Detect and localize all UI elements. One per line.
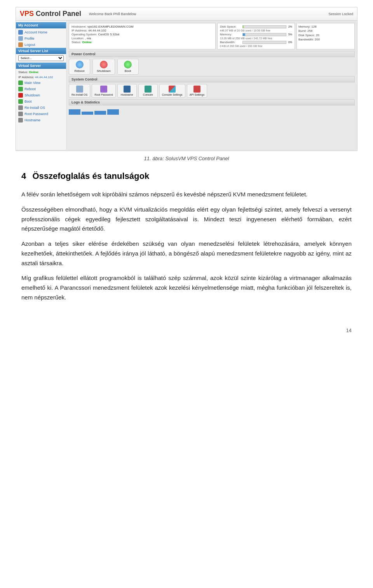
shutdown-item[interactable]: Shutdown [16, 92, 66, 98]
bandwidth-detail: 0 KB of 200 GB used / 200 GB free [220, 45, 292, 47]
boot-nav-icon [18, 99, 23, 104]
log-bar-1 [69, 109, 80, 115]
api-settings-button[interactable]: API Settings [187, 84, 207, 98]
virtual-server-section: Virtual Server [16, 63, 66, 69]
document-content: 4 Összefoglalás és tanulságok A félév so… [0, 169, 373, 324]
stats-panel: Disk Space: 2% 446.97 MB of 20 GB used /… [217, 23, 295, 49]
boot-item[interactable]: Boot [16, 98, 66, 105]
boot-button[interactable]: Boot [117, 59, 139, 75]
top-info-row: Hostname: vps182.EXAMPLEDOMAIN.COM IP Ad… [69, 23, 355, 49]
logout-icon [18, 42, 23, 47]
reboot-nav-icon [18, 87, 23, 91]
reinstall-item[interactable]: Re-install OS [16, 105, 66, 111]
reboot-item[interactable]: Reboot [16, 86, 66, 92]
memory-bar [242, 33, 286, 36]
server-status: Status: Online [16, 70, 66, 75]
vps-header: VPS Control Panel Welcome Back Phill Ban… [16, 7, 357, 21]
mainview-icon [18, 80, 23, 85]
hostname-icon [124, 86, 131, 93]
reinstall-os-button[interactable]: Re-install OS [69, 84, 90, 98]
root-password-item[interactable]: Root Password [16, 111, 66, 117]
server-ip: IP Address: 44.44.44.102 [16, 75, 66, 80]
reboot-button[interactable]: Reboot [69, 59, 90, 75]
vps-sidebar: My Account Account Home Profile Logout V… [16, 21, 66, 150]
paragraph-1: A félév során lehetőségem volt kipróbáln… [21, 190, 352, 200]
chapter-title: Összefoglalás és tanulságok [32, 171, 149, 181]
disk-right: Disk Space: 20 [298, 33, 353, 37]
hostname-item[interactable]: Hostname [16, 117, 66, 123]
page-number: 14 [0, 324, 373, 337]
paragraph-4: Míg grafikus felülettel ellátott program… [21, 273, 352, 302]
logs-bars [69, 107, 355, 115]
vps-body: My Account Account Home Profile Logout V… [16, 21, 357, 150]
console-icon [145, 86, 152, 93]
console-button[interactable]: Console [138, 84, 158, 98]
os-row: Operating System: CentOS 5.32bit [71, 33, 213, 36]
logout-item[interactable]: Logout [16, 42, 66, 48]
rootpw-icon [100, 86, 107, 93]
house-icon [18, 30, 23, 35]
bandwidth-bar [242, 41, 286, 44]
virtual-server-list-section: Virtual Server List [16, 48, 66, 54]
memory-right: Memory: 128 [298, 25, 353, 28]
shutdown-icon [100, 61, 108, 68]
figure-caption: 11. ábra: SolusVM VPS Control Panel [0, 156, 373, 161]
log-bar-3 [94, 111, 106, 115]
boot-icon [124, 61, 132, 68]
bandwidth-right: Bandwidth: 200 [298, 38, 353, 41]
disk-bar-fill [243, 26, 244, 28]
status-row: Status: Online [71, 40, 213, 44]
server-dropdown[interactable]: Select... [18, 55, 64, 61]
bandwidth-stat-row: Bandwidth: 0% [220, 40, 292, 44]
reboot-icon [76, 61, 84, 68]
hostname-row: Hostname: vps182.EXAMPLEDOMAIN.COM [71, 25, 213, 28]
main-view-item[interactable]: Main View [16, 80, 66, 86]
memory-bar-fill [243, 33, 245, 36]
vps-session-text: Session Locked [328, 12, 353, 16]
memory-detail: 13.26 MB of 256 MB used / 242.72 MB free [220, 37, 292, 40]
disk-stat-row: Disk Space: 2% [220, 25, 292, 28]
logs-chart [69, 107, 355, 115]
console-settings-icon [169, 86, 176, 93]
root-password-button[interactable]: Root Password [92, 84, 115, 98]
chapter-heading: 4 Összefoglalás és tanulságok [21, 169, 352, 183]
rootpw-nav-icon [18, 112, 23, 116]
memory-stat-row: Memory: 5% [220, 33, 292, 36]
log-bar-4 [107, 109, 119, 115]
hostname-button[interactable]: Hostname [117, 84, 137, 98]
logs-section-header: Logs & Statistics [69, 99, 355, 105]
vps-main-content: Hostname: vps182.EXAMPLEDOMAIN.COM IP Ad… [66, 21, 357, 150]
log-bar-2 [82, 112, 93, 115]
profile-item[interactable]: Profile [16, 35, 66, 42]
shutdown-button[interactable]: Shutdown [92, 59, 115, 75]
reinstall-icon [76, 86, 83, 93]
disk-bar [242, 25, 286, 28]
right-stats-panel: Memory: 128 Burst: 256 Disk Space: 20 Ba… [296, 23, 355, 49]
system-control-section-header: System Control [69, 76, 355, 82]
power-buttons-row: Reboot Shutdown Boot [69, 59, 355, 75]
paragraph-3: Azonban a teljes siker elérése érdekében… [21, 239, 352, 268]
account-home-item[interactable]: Account Home [16, 29, 66, 35]
my-account-section: My Account [16, 22, 66, 28]
screenshot-image: VPS Control Panel Welcome Back Phill Ban… [16, 7, 357, 151]
shutdown-nav-icon [18, 93, 23, 98]
vps-logo: VPS Control Panel [20, 10, 81, 18]
api-icon [193, 86, 200, 93]
paragraph-2: Összességében elmondható, hogy a KVM vir… [21, 205, 352, 234]
chapter-number: 4 [21, 171, 26, 181]
person-icon [18, 36, 23, 41]
ip-row: IP Address: 44.44.44.102 [71, 29, 213, 32]
reinstall-nav-icon [18, 105, 23, 110]
burst-right: Burst: 256 [298, 29, 353, 33]
disk-detail: 446.97 MB of 20 GB used / 19.56 GB free [220, 29, 292, 32]
server-select[interactable]: Select... [18, 55, 64, 61]
hostname-nav-icon [18, 118, 23, 122]
vps-welcome-text: Welcome Back Phill Bandelow [89, 12, 328, 16]
server-info-panel: Hostname: vps182.EXAMPLEDOMAIN.COM IP Ad… [69, 23, 216, 49]
console-settings-button[interactable]: Console Settings [159, 84, 185, 98]
system-buttons-row: Re-install OS Root Password Hostname Con… [69, 84, 355, 98]
location-row: Location: , n/a [71, 37, 213, 40]
power-control-section-header: Power Control [69, 51, 355, 57]
